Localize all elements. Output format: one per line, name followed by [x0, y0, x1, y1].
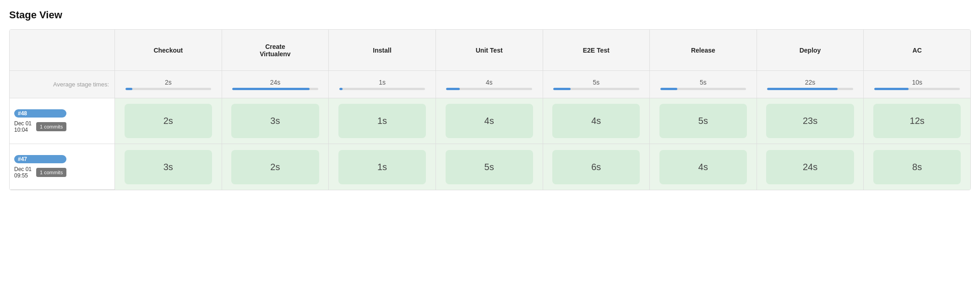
build-time: 10:04 [14, 127, 32, 133]
build-date: Dec 01 [14, 120, 32, 127]
data-cell-ac: 12s [864, 98, 970, 144]
data-cell-create-virtualenv: 2s [222, 144, 329, 190]
avg-cell-e2e-test: 5s [543, 71, 650, 98]
data-cell-release: 5s [650, 98, 757, 144]
build-badge[interactable]: #47 [14, 155, 66, 163]
stage-header-unit-test: Unit Test [436, 30, 543, 70]
commits-badge[interactable]: 1 commits [36, 168, 66, 177]
stages-header: CheckoutCreate VirtualenvInstallUnit Tes… [115, 30, 970, 71]
data-cell-install: 1s [329, 144, 436, 190]
data-cell-release: 4s [650, 144, 757, 190]
stage-header-create-virtualenv: Create Virtualenv [222, 30, 329, 70]
avg-cell-unit-test: 4s [436, 71, 543, 98]
avg-cell-create-virtualenv: 24s [222, 71, 329, 98]
progress-bar-checkout [125, 88, 212, 90]
data-cell-unit-test: 5s [436, 144, 543, 190]
page-title: Stage View [9, 9, 971, 21]
progress-bar-unit-test [446, 88, 532, 90]
right-panel: CheckoutCreate VirtualenvInstallUnit Tes… [115, 30, 970, 190]
avg-cell-install: 1s [329, 71, 436, 98]
avg-cell-checkout: 2s [115, 71, 222, 98]
stage-header-release: Release [650, 30, 757, 70]
progress-bar-install [339, 88, 425, 90]
left-builds: #48 Dec 01 10:04 1 commits #47 Dec 01 09… [10, 98, 114, 190]
progress-bar-create-virtualenv [232, 88, 318, 90]
data-cell-checkout: 2s [115, 98, 222, 144]
build-info: #48 Dec 01 10:04 1 commits [14, 109, 66, 133]
progress-bar-deploy [767, 88, 853, 90]
left-header-spacer [10, 30, 114, 71]
data-cell-ac: 8s [864, 144, 970, 190]
build-info: #47 Dec 01 09:55 1 commits [14, 155, 66, 179]
stage-header-deploy: Deploy [757, 30, 864, 70]
stage-view: Average stage times: #48 Dec 01 10:04 1 … [9, 29, 971, 190]
stage-header-ac: AC [864, 30, 970, 70]
build-time: 09:55 [14, 172, 32, 179]
data-cell-checkout: 3s [115, 144, 222, 190]
average-label: Average stage times: [10, 71, 114, 98]
averages-row: 2s24s1s4s5s5s22s10s [115, 71, 970, 98]
commits-badge[interactable]: 1 commits [36, 122, 66, 131]
progress-bar-release [660, 88, 746, 90]
left-panel: Average stage times: #48 Dec 01 10:04 1 … [10, 30, 115, 190]
data-cell-e2e-test: 4s [543, 98, 650, 144]
data-row-48: 2s3s1s4s4s5s23s12s [115, 98, 970, 144]
progress-bar-ac [874, 88, 960, 90]
data-cell-e2e-test: 6s [543, 144, 650, 190]
stage-header-install: Install [329, 30, 436, 70]
progress-bar-e2e-test [553, 88, 639, 90]
build-badge[interactable]: #48 [14, 109, 66, 118]
data-rows: 2s3s1s4s4s5s23s12s3s2s1s5s6s4s24s8s [115, 98, 970, 190]
data-cell-install: 1s [329, 98, 436, 144]
data-cell-unit-test: 4s [436, 98, 543, 144]
build-row-47: #47 Dec 01 09:55 1 commits [10, 144, 114, 190]
avg-cell-deploy: 22s [757, 71, 864, 98]
data-cell-deploy: 24s [757, 144, 864, 190]
build-row-48: #48 Dec 01 10:04 1 commits [10, 98, 114, 144]
stage-header-checkout: Checkout [115, 30, 222, 70]
data-cell-deploy: 23s [757, 98, 864, 144]
data-cell-create-virtualenv: 3s [222, 98, 329, 144]
avg-cell-ac: 10s [864, 71, 970, 98]
data-row-47: 3s2s1s5s6s4s24s8s [115, 144, 970, 190]
stage-header-e2e-test: E2E Test [543, 30, 650, 70]
build-date: Dec 01 [14, 166, 32, 172]
avg-cell-release: 5s [650, 71, 757, 98]
